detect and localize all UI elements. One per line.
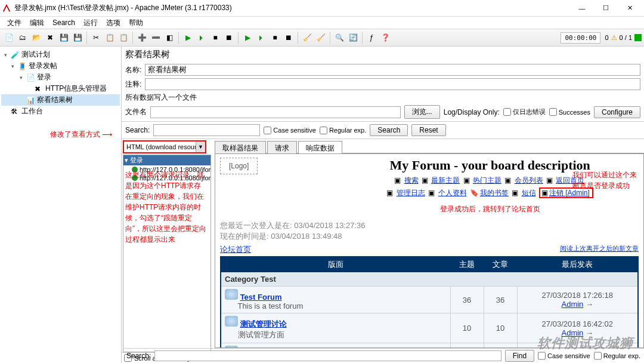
close-icon[interactable]: ✖	[44, 31, 57, 44]
tree-thread-group[interactable]: 登录发帖	[29, 61, 57, 71]
reset-button[interactable]: Reset	[411, 124, 445, 136]
tab-response-data[interactable]: 响应数据	[298, 141, 342, 153]
comment-input[interactable]	[145, 78, 640, 90]
bottom-case-checkbox[interactable]: Case sensitive	[538, 350, 590, 361]
close-button[interactable]: ✕	[618, 0, 642, 17]
search-label: Search:	[125, 126, 150, 134]
tab-request[interactable]: 请求	[267, 141, 297, 153]
collapse-icon[interactable]: ➖	[149, 31, 162, 44]
templates-icon[interactable]: 🗂	[16, 31, 29, 44]
table-row: Test Forum This is a test forum 36 36 27…	[221, 287, 638, 313]
case-checkbox[interactable]: Case sensitive	[264, 127, 316, 134]
comment-label: 注释:	[125, 79, 141, 90]
help-icon[interactable]: ❓	[379, 31, 392, 44]
shutdown-icon[interactable]: ⏹	[222, 31, 236, 44]
tree-test-plan[interactable]: 测试计划	[21, 50, 50, 60]
tree-workbench[interactable]: 工作台	[21, 106, 43, 116]
annot-left: 修改了查看方式 ⟶	[50, 129, 112, 140]
panel-title: 察看结果树	[122, 47, 644, 63]
menubar: 文件 编辑 Search 运行 选项 帮助	[0, 17, 644, 29]
current-time: 现在的时间是: 03/04/2018 13:49:48	[220, 231, 639, 242]
stop-icon[interactable]: ■	[209, 31, 222, 44]
annot-mid: 这里有两个请求记录，就是因为这个HTTP请求存在重定向的现象，我们在维护HTTP…	[125, 170, 208, 245]
forum-table: 版面 主题 文章 最后发表 Category Test Test Forum T…	[220, 256, 639, 348]
copy-icon[interactable]: 📋	[103, 31, 116, 44]
remote-start-icon[interactable]: ▶	[241, 31, 254, 44]
reset-search-icon[interactable]: 🔄	[346, 31, 360, 44]
titlebar: 登录发帖.jmx (H:\Test\登录发帖.jmx) - Apache JMe…	[0, 0, 644, 17]
remote-stop-icon[interactable]: ■	[268, 31, 281, 44]
menu-options[interactable]: 选项	[103, 17, 124, 29]
expand-icon[interactable]: ➕	[135, 31, 148, 44]
search-tree-icon[interactable]: 🔍	[333, 31, 346, 44]
remote-start-all-icon[interactable]: ⏵	[255, 31, 268, 44]
tree-header-manager[interactable]: HTTP信息头管理器	[45, 84, 107, 94]
annot-center: 登录成功后，跳转到了论坛首页	[341, 204, 639, 214]
test-plan-tree[interactable]: ▾🧪测试计划 ▾🧵登录发帖 ▾📄登录 ✖HTTP信息头管理器 📊察看结果树 🛠工…	[0, 47, 122, 363]
chevron-down-icon[interactable]: ▼	[196, 141, 205, 152]
bottom-search-label: Search:	[126, 352, 151, 360]
successes-checkbox[interactable]: Successes	[549, 108, 590, 116]
window-title: 登录发帖.jmx (H:\Test\登录发帖.jmx) - Apache JMe…	[14, 3, 570, 13]
elapsed-timer: 00:00:00	[561, 32, 600, 44]
start-notimers-icon[interactable]: ⏵	[195, 31, 208, 44]
search-button[interactable]: Search	[370, 124, 408, 136]
new-icon[interactable]: 📄	[2, 31, 16, 44]
find-button[interactable]: Find	[505, 350, 534, 362]
write-group: 所有数据写入一个文件	[122, 91, 644, 104]
search-input[interactable]	[153, 124, 260, 136]
tree-login[interactable]: 登录	[37, 72, 51, 82]
table-row: 测试管理讨论 测试管理方面 10 10 27/03/2018 16:42:02A…	[221, 313, 638, 343]
forum-index[interactable]: 论坛首页	[220, 244, 251, 255]
toolbar: 📄 🗂 📂 ✖ 💾 💾 ✂ 📋 📋 ➕ ➖ ◧ ▶ ⏵ ■ ⏹ ▶ ⏵ ■ ⏹ …	[0, 29, 644, 47]
save-icon[interactable]: 💾	[57, 31, 70, 44]
only-errors-checkbox[interactable]: 仅日志错误	[503, 107, 546, 116]
menu-help[interactable]: 帮助	[125, 17, 147, 29]
name-label: 名称:	[125, 65, 141, 75]
tab-sampler-result[interactable]: 取样器结果	[215, 141, 266, 153]
menu-file[interactable]: 文件	[4, 17, 25, 29]
clear-icon[interactable]: 🧹	[301, 31, 314, 44]
filename-input[interactable]	[150, 106, 401, 118]
cut-icon[interactable]: ✂	[89, 31, 103, 44]
filename-label: 文件名	[125, 107, 147, 117]
forum-logo: [Logo]	[220, 158, 258, 174]
regex-checkbox[interactable]: Regular exp.	[320, 127, 366, 134]
maximize-button[interactable]: ☐	[594, 0, 618, 17]
new-posts-link[interactable]: 阅读上次离开之后的新文章	[560, 244, 639, 255]
browse-button[interactable]: 浏览...	[404, 105, 440, 119]
configure-button[interactable]: Configure	[594, 106, 640, 118]
last-login: 您最近一次登入是在: 03/04/2018 13:27:36	[220, 220, 639, 231]
paste-icon[interactable]: 📋	[117, 31, 130, 44]
forum-icon	[225, 289, 238, 300]
forum-icon	[225, 316, 238, 327]
tree-results-tree[interactable]: 察看结果树	[37, 95, 73, 105]
bottom-search-input[interactable]	[154, 350, 501, 361]
minimize-button[interactable]: —	[570, 0, 594, 17]
menu-edit[interactable]: 编辑	[26, 17, 48, 29]
bottom-regex-checkbox[interactable]: Regular exp.	[594, 350, 640, 361]
start-icon[interactable]: ▶	[181, 31, 194, 44]
forum-icon	[225, 346, 238, 348]
app-icon	[2, 4, 11, 13]
render-mode-dropdown[interactable]: HTML (download resources) ▼	[123, 140, 206, 153]
save-as-icon[interactable]: 💾	[71, 31, 84, 44]
name-input[interactable]	[145, 64, 640, 76]
thread-stats: 0 ⚠ 0 / 1	[605, 34, 642, 42]
table-row: 自动化测试 自动化测试方面 5 5 27/03/2018 16:58:10roa…	[221, 343, 638, 349]
log-only-label: Log/Display Only:	[444, 108, 500, 116]
open-icon[interactable]: 📂	[30, 31, 43, 44]
clear-all-icon[interactable]: 🧹	[314, 31, 327, 44]
annot-right: 我们可以通过这个来断言是否登录成功	[572, 170, 638, 191]
menu-run[interactable]: 运行	[80, 17, 101, 29]
toggle-icon[interactable]: ◧	[163, 31, 176, 44]
menu-search[interactable]: Search	[49, 17, 79, 28]
remote-shutdown-icon[interactable]: ⏹	[282, 31, 295, 44]
function-helper-icon[interactable]: ƒ	[365, 31, 378, 44]
